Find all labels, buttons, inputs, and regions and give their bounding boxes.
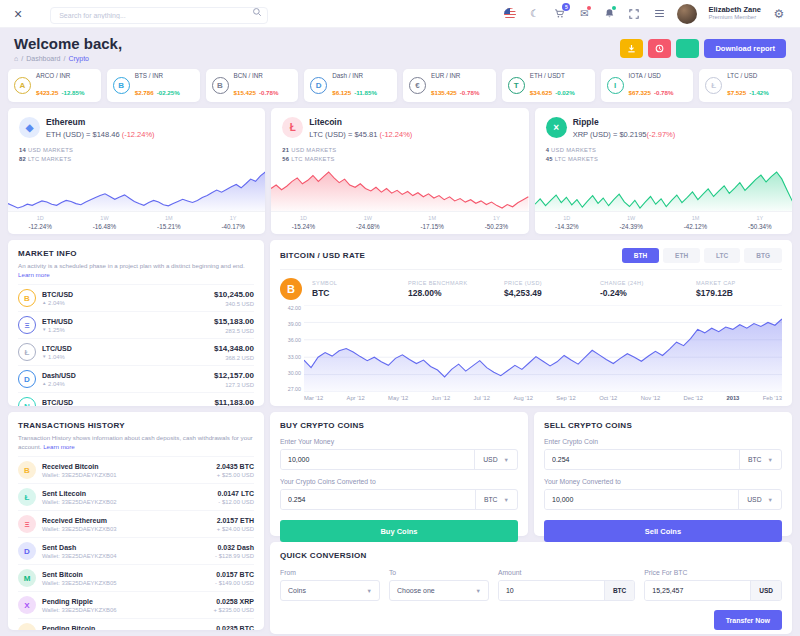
search-input[interactable] xyxy=(50,7,268,24)
ticker-card[interactable]: BBCN / INR$15.425-0.78% xyxy=(206,69,299,102)
ticker-card[interactable]: BBTS / INR$2.786-02.25% xyxy=(107,69,200,102)
transaction-row[interactable]: ΞReceived EthereumWallet: 33E25DAEYKZXB0… xyxy=(18,510,254,537)
ticker-price: $6.125 xyxy=(332,89,351,96)
transaction-row[interactable]: XPending RippleWallet: 33E25DAEYKZXB060.… xyxy=(18,591,254,618)
breadcrumb-section[interactable]: Dashboard xyxy=(26,55,60,62)
ticker-price: $7.525 xyxy=(727,89,746,96)
ticker-change: -02.25% xyxy=(157,89,180,96)
x-tick: Aug '12 xyxy=(513,395,532,401)
cart-icon[interactable]: 5 xyxy=(552,7,566,21)
nem-icon: N xyxy=(18,397,36,406)
transaction-row[interactable]: BPending BitcoinWallet: 33E25DAEYKZXB070… xyxy=(18,618,254,630)
history-button[interactable] xyxy=(648,39,671,58)
tab-bth[interactable]: BTH xyxy=(622,248,659,263)
search-box xyxy=(50,4,268,24)
period-stat[interactable]: 1D-14.32% xyxy=(535,212,599,235)
ticker-pair: ARCO / INR xyxy=(36,72,84,79)
transaction-title: Pending Ripple xyxy=(42,598,116,605)
coin-card-ethereum: ◆EthereumETH (USD) = $148.46 (-12.24%)14… xyxy=(8,108,265,234)
sell-currency-select[interactable]: USD▼ xyxy=(738,490,781,509)
sell-coin-input[interactable] xyxy=(545,450,739,469)
ticker-card[interactable]: AARCO / INR$423.25-12.85% xyxy=(8,69,101,102)
dash-icon: D xyxy=(310,77,327,94)
tab-btg[interactable]: BTG xyxy=(744,248,782,263)
pair-subvalue: 283.5 USD xyxy=(214,328,254,334)
breadcrumb-current: Crypto xyxy=(68,55,89,62)
transfer-now-button[interactable]: Transfer Now xyxy=(714,610,782,630)
bcn-icon: B xyxy=(212,77,229,94)
fullscreen-icon[interactable] xyxy=(627,7,641,21)
buy-coins-input[interactable] xyxy=(281,490,475,509)
market-count: 4 USD MARKETS xyxy=(546,146,781,155)
period-stat[interactable]: 1Y-50.34% xyxy=(728,212,792,235)
export-button[interactable] xyxy=(620,39,643,58)
ticker-card[interactable]: IIOTA / USD$67.325-0.78% xyxy=(601,69,694,102)
sell-coins-button[interactable]: Sell Coins xyxy=(544,520,782,542)
coin-markets: 21 USD MARKETS56 LTC MARKETS xyxy=(271,139,528,165)
period-stat[interactable]: 1M-15.21% xyxy=(137,212,201,235)
ticker-card[interactable]: DDash / INR$6.125-11.85% xyxy=(304,69,397,102)
pair-subvalue: 340.5 USD xyxy=(214,301,254,307)
transactions-subtitle: Transaction History shows information ab… xyxy=(18,434,254,451)
transaction-title: Sent Litecoin xyxy=(42,490,116,497)
transaction-row[interactable]: BReceived BitcoinWallet: 33E25DAEYKZXB01… xyxy=(18,456,254,483)
bell-icon[interactable] xyxy=(602,7,616,21)
period-stat[interactable]: 1M-17.15% xyxy=(400,212,464,235)
home-icon[interactable]: ⌂ xyxy=(14,55,18,62)
period-stat[interactable]: 1W-16.48% xyxy=(72,212,136,235)
ticker-price: $2.786 xyxy=(135,89,154,96)
transaction-row[interactable]: ŁSent LitecoinWallet: 33E25DAEYKZXB020.0… xyxy=(18,483,254,510)
sell-coin-select[interactable]: BTC▼ xyxy=(739,450,781,469)
sell-money-input[interactable] xyxy=(545,490,738,509)
ticker-info: BCN / INR$15.425-0.78% xyxy=(234,72,279,100)
period-stat[interactable]: 1W-24.39% xyxy=(599,212,663,235)
pair-name: ETH/USD xyxy=(42,318,73,325)
menu-icon[interactable] xyxy=(652,7,666,21)
learn-more-link[interactable]: Learn more xyxy=(18,271,50,278)
download-report-button[interactable]: Download report xyxy=(704,39,786,58)
tab-eth[interactable]: ETH xyxy=(663,248,700,263)
ticker-card[interactable]: €EUR / INR$135.425-0.78% xyxy=(403,69,496,102)
buy-currency-select[interactable]: USD▼ xyxy=(474,450,517,469)
period-stat[interactable]: 1W-24.68% xyxy=(336,212,400,235)
ticker-card[interactable]: ŁLTC / USD$7.525-1.42% xyxy=(699,69,792,102)
add-button[interactable]: + xyxy=(676,39,699,58)
period-value: -15.21% xyxy=(137,223,201,230)
period-stat[interactable]: 1M-42.12% xyxy=(663,212,727,235)
period-value: -24.39% xyxy=(599,223,663,230)
user-info[interactable]: Elizabeth Zane Premium Member xyxy=(708,6,761,22)
language-flag-icon[interactable] xyxy=(504,8,516,20)
to-select[interactable]: Choose one▼ xyxy=(389,580,489,601)
period-label: 1W xyxy=(599,215,663,221)
ticker-card[interactable]: TETH / USDT$34.625-0.02% xyxy=(502,69,595,102)
market-row[interactable]: DDash/USD▲ 2.04%$12,157.00127.3 USD xyxy=(18,365,254,392)
period-stat[interactable]: 1D-12.24% xyxy=(8,212,72,235)
learn-more-link[interactable]: Learn more xyxy=(43,443,75,450)
search-icon[interactable] xyxy=(252,7,262,17)
period-stat[interactable]: 1D-15.24% xyxy=(271,212,335,235)
market-row[interactable]: NBTC/USD▲ 1.04%$11,183.00165.8 USD xyxy=(18,392,254,406)
from-select[interactable]: Coins▼ xyxy=(280,580,380,601)
buy-coin-select[interactable]: BTC▼ xyxy=(475,490,517,509)
coin-footer: 1D-14.32%1W-24.39%1M-42.12%1Y-50.34% xyxy=(535,211,792,235)
period-value: -15.24% xyxy=(271,223,335,230)
mail-icon[interactable]: ✉ xyxy=(577,7,591,21)
avatar[interactable] xyxy=(677,4,697,24)
transaction-title: Received Ethereum xyxy=(42,517,116,524)
period-stat[interactable]: 1Y-40.17% xyxy=(201,212,265,235)
transactions-title: TRANSACTIONS HISTORY xyxy=(18,421,254,430)
market-row[interactable]: BBTC/USD▲ 2.04%$10,245.00340.5 USD xyxy=(18,284,254,311)
amount-input[interactable] xyxy=(499,581,604,600)
price-input[interactable] xyxy=(645,581,750,600)
buy-coins-button[interactable]: Buy Coins xyxy=(280,520,518,542)
close-icon[interactable]: × xyxy=(14,7,22,21)
transaction-row[interactable]: MSent BitcoinWallet: 33E25DAEYKZXB050.01… xyxy=(18,564,254,591)
market-row[interactable]: ŁLTC/USD▼ 1.04%$14,348.00368.2 USD xyxy=(18,338,254,365)
buy-money-input[interactable] xyxy=(281,450,474,469)
market-row[interactable]: ΞETH/USD▼ 1.25%$15,183.00283.5 USD xyxy=(18,311,254,338)
gear-icon[interactable]: ⚙ xyxy=(772,7,786,21)
period-stat[interactable]: 1Y-50.23% xyxy=(464,212,528,235)
tab-ltc[interactable]: LTC xyxy=(704,248,740,263)
transaction-row[interactable]: DSent DashWallet: 33E25DAEYKZXB040.032 D… xyxy=(18,537,254,564)
dark-mode-moon-icon[interactable]: ☾ xyxy=(527,7,541,21)
